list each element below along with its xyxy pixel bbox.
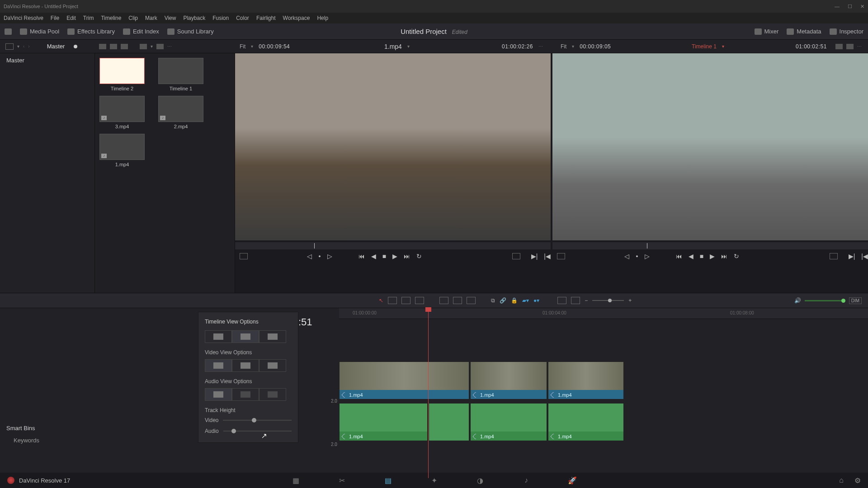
flag-icon[interactable]: ▰▾ xyxy=(522,297,529,304)
media-thumb[interactable]: ♪2.mp4 xyxy=(158,96,203,129)
menu-clip[interactable]: Clip xyxy=(128,15,138,21)
src-timecode[interactable]: 00:00:09:54 xyxy=(259,43,290,50)
view-thumb-icon[interactable] xyxy=(99,44,106,49)
smart-bin-keywords[interactable]: Keywords xyxy=(14,437,89,444)
menu-fusion[interactable]: Fusion xyxy=(212,15,229,21)
video-clip[interactable]: 1.mp4 xyxy=(548,361,624,399)
audio-view-none-button[interactable] xyxy=(259,388,286,401)
trim-tool-icon[interactable] xyxy=(388,297,397,304)
close-button[interactable]: ✕ xyxy=(860,4,864,9)
effects-library-button[interactable]: Effects Library xyxy=(67,28,115,35)
fusion-page-button[interactable]: ✦ xyxy=(429,476,439,484)
project-settings-button[interactable]: ⚙ xyxy=(854,476,861,485)
first-frame-button[interactable]: ⏮ xyxy=(676,253,682,260)
pool-layout-icon[interactable] xyxy=(5,43,14,50)
match-frame-icon[interactable] xyxy=(512,253,520,259)
go-out-icon[interactable]: |◀ xyxy=(861,253,868,260)
rec-zoom[interactable]: Fit xyxy=(561,43,566,50)
menu-davinci-resolve[interactable]: DaVinci Resolve xyxy=(4,15,43,21)
more-icon[interactable]: ⋯ xyxy=(857,44,862,49)
src-clip-name[interactable]: 1.mp4 xyxy=(384,43,402,50)
chevron-down-icon[interactable]: ▾ xyxy=(17,44,19,49)
jog-right-icon[interactable]: ▷ xyxy=(327,253,332,260)
play-button[interactable]: ▶ xyxy=(392,253,397,260)
deliver-page-button[interactable]: 🚀 xyxy=(567,476,577,484)
chevron-down-icon[interactable]: ▾ xyxy=(407,44,410,49)
maximize-button[interactable]: ☐ xyxy=(848,4,852,9)
stop-button[interactable]: ■ xyxy=(700,253,703,260)
video-view-thumbnail-button[interactable] xyxy=(232,359,259,372)
timeline-scrubber[interactable] xyxy=(552,242,868,249)
menu-color[interactable]: Color xyxy=(236,15,249,21)
chevron-down-icon[interactable]: ▾ xyxy=(251,44,253,49)
menu-view[interactable]: View xyxy=(165,15,176,21)
selection-tool-icon[interactable]: ↖ xyxy=(379,297,383,304)
snap-icon[interactable]: ⧉ xyxy=(491,297,495,304)
audio-clip[interactable]: 1.mp4 xyxy=(548,403,624,441)
audio-height-slider[interactable] xyxy=(223,431,292,432)
tvo-stacked-button[interactable] xyxy=(205,330,232,343)
audio-view-waveform-button[interactable] xyxy=(205,388,232,401)
sound-library-button[interactable]: Sound Library xyxy=(167,28,214,35)
more-icon[interactable]: ⋯ xyxy=(538,44,543,49)
more-icon[interactable]: ⋯ xyxy=(167,44,172,49)
rec-timecode[interactable]: 00:00:09:05 xyxy=(580,43,611,50)
dim-button[interactable]: DIM xyxy=(849,297,862,304)
video-view-filmstrip-button[interactable] xyxy=(205,359,232,372)
source-scrubber[interactable] xyxy=(235,242,551,249)
media-thumb[interactable]: ♪3.mp4 xyxy=(99,96,145,129)
blade-tool-icon[interactable] xyxy=(415,297,424,304)
chevron-down-icon[interactable]: ▾ xyxy=(151,44,153,49)
src-zoom[interactable]: Fit xyxy=(240,43,245,50)
last-frame-button[interactable]: ⏭ xyxy=(404,253,410,260)
jog-left-icon[interactable]: ◁ xyxy=(307,253,312,260)
stop-button[interactable]: ■ xyxy=(382,253,386,260)
menu-playback[interactable]: Playback xyxy=(183,15,205,21)
view-list-icon[interactable] xyxy=(121,44,128,49)
video-clip[interactable]: 1.mp4 xyxy=(339,361,469,399)
media-thumb[interactable]: Timeline 1 xyxy=(158,58,203,91)
menu-help[interactable]: Help xyxy=(317,15,328,21)
loop-button[interactable]: ↻ xyxy=(734,253,739,260)
inspector-button[interactable]: Inspector xyxy=(830,28,863,35)
overwrite-clip-icon[interactable] xyxy=(453,297,462,304)
last-frame-button[interactable]: ⏭ xyxy=(721,253,727,260)
edit-page-button[interactable]: ▤ xyxy=(383,476,393,484)
first-frame-button[interactable]: ⏮ xyxy=(359,253,365,260)
menu-file[interactable]: File xyxy=(51,15,59,21)
prev-frame-button[interactable]: ◀ xyxy=(371,253,376,260)
single-viewer-icon[interactable] xyxy=(846,44,854,49)
audio-clip[interactable]: 1.mp4 xyxy=(339,403,428,441)
audio-clip[interactable]: 1.mp4 xyxy=(470,403,547,441)
video-track-1[interactable]: 1.mp41.mp41.mp4 xyxy=(339,361,868,400)
video-height-slider[interactable] xyxy=(223,420,292,421)
timeline-name[interactable]: Timeline 1 xyxy=(692,43,717,50)
search-icon[interactable] xyxy=(140,44,147,49)
in-out-icon[interactable] xyxy=(240,253,248,259)
timeline-ruler[interactable]: 01:00:00:0001:00:04:0001:00:08:0001:00:1… xyxy=(339,308,868,319)
minimize-button[interactable]: — xyxy=(835,4,840,9)
media-pool-button[interactable]: Media Pool xyxy=(20,28,59,35)
loop-button[interactable]: ↻ xyxy=(416,253,422,260)
go-out-icon[interactable]: |◀ xyxy=(544,253,551,260)
cut-page-button[interactable]: ✂ xyxy=(337,476,347,484)
speaker-icon[interactable]: 🔊 xyxy=(794,297,801,304)
smart-bins-title[interactable]: Smart Bins xyxy=(6,425,89,432)
chevron-down-icon[interactable]: ▾ xyxy=(722,44,724,49)
media-thumb[interactable]: ♪1.mp4 xyxy=(99,134,145,167)
layout-icon[interactable] xyxy=(5,28,12,35)
play-button[interactable]: ▶ xyxy=(710,253,715,260)
audio-view-full-button[interactable] xyxy=(232,388,259,401)
audio-clip[interactable] xyxy=(429,403,469,441)
menu-fairlight[interactable]: Fairlight xyxy=(256,15,276,21)
bin-root[interactable]: Master xyxy=(0,53,94,67)
go-in-icon[interactable]: ▶| xyxy=(849,253,855,260)
mixer-button[interactable]: Mixer xyxy=(755,28,779,35)
menu-workspace[interactable]: Workspace xyxy=(283,15,310,21)
zoom-out-button[interactable]: − xyxy=(585,297,588,304)
menu-edit[interactable]: Edit xyxy=(66,15,76,21)
timeline-viewer-image[interactable] xyxy=(552,53,868,240)
audio-track-1[interactable]: 1.mp41.mp41.mp4 xyxy=(339,403,868,442)
nav-fwd-icon[interactable]: › xyxy=(28,44,29,49)
source-viewer-image[interactable] xyxy=(235,53,551,240)
